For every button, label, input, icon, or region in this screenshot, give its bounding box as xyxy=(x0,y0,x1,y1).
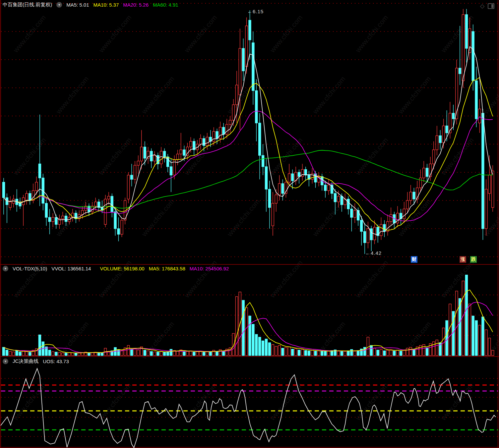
chevron-down-icon[interactable]: ▾ xyxy=(56,2,62,8)
volume-label: VOLUME: 56198.00 xyxy=(100,266,144,271)
volume-panel-header: ▾ VOL-TDX(5,10) VVOL: 136561.14 VOLUME: … xyxy=(3,266,229,271)
uos-value: UOS: 43.73 xyxy=(43,359,69,364)
ma10-label: MA10: 5.37 xyxy=(94,2,119,8)
vol-ma10-label: MA10: 254506.92 xyxy=(190,266,229,271)
stock-title: 中百集团(日线.前复权) xyxy=(3,2,52,8)
stock-chart-app: www.cfchi.comwww.cfchi.comwww.cfchi.comw… xyxy=(0,0,499,448)
chart-canvas[interactable] xyxy=(0,0,499,448)
volume-indicator-name: VOL-TDX(5,10) xyxy=(13,266,47,271)
split-panel-icon[interactable] xyxy=(488,3,494,9)
vol-ma5-label: MA5: 176843.58 xyxy=(149,266,185,271)
ma60-label: MA60: 4.91 xyxy=(153,2,178,8)
high-price-annotation: ←6.15 xyxy=(247,9,264,14)
ma20-label: MA20: 5.26 xyxy=(123,2,149,8)
uos-panel-header: ▾ JC决策曲线 UOS: 43.73 xyxy=(3,358,69,364)
chevron-down-icon[interactable]: ▾ xyxy=(3,266,8,271)
window-controls: ◇ xyxy=(480,3,494,10)
badge-fall[interactable]: 跌 xyxy=(470,256,477,263)
main-panel-header: 中百集团(日线.前复权) ▾ MA5: 5.01 MA10: 5.37 MA20… xyxy=(3,2,178,8)
ma5-label: MA5: 5.01 xyxy=(66,2,89,8)
chevron-down-icon[interactable]: ▾ xyxy=(3,359,8,364)
vvol-label: VVOL: 136561.14 xyxy=(51,266,91,271)
badge-finance[interactable]: 财 xyxy=(411,256,417,263)
uos-indicator-name: JC决策曲线 xyxy=(13,358,38,364)
low-price-annotation: ←4.42 xyxy=(365,250,382,256)
badge-rise[interactable]: 涨 xyxy=(460,256,466,263)
diamond-icon[interactable]: ◇ xyxy=(480,3,484,10)
